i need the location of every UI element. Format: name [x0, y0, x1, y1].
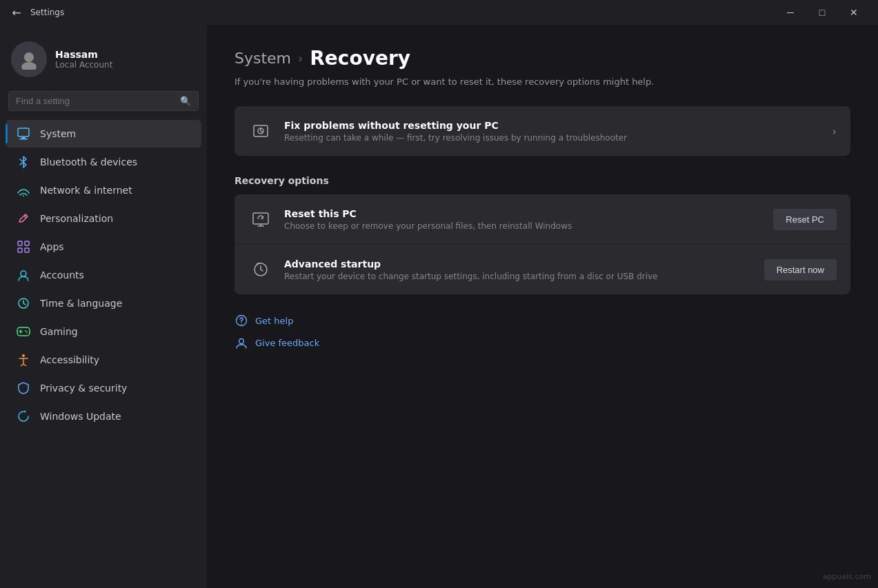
fix-card-chevron-icon: ›	[832, 125, 837, 138]
user-profile[interactable]: Hassam Local Account	[0, 33, 207, 91]
get-help-label: Get help	[255, 316, 293, 326]
sidebar-item-update[interactable]: Windows Update	[6, 403, 201, 430]
fix-card-title: Fix problems without resetting your PC	[284, 120, 821, 131]
give-feedback-link[interactable]: Give feedback	[235, 336, 850, 349]
sidebar-item-accounts[interactable]: Accounts	[6, 261, 201, 289]
breadcrumb-parent[interactable]: System	[235, 50, 291, 67]
restart-now-button[interactable]: Restart now	[764, 259, 837, 281]
page-title: Recovery	[310, 47, 410, 70]
fix-card-text: Fix problems without resetting your PC R…	[284, 120, 821, 143]
sidebar-item-accessibility[interactable]: Accessibility	[6, 346, 201, 374]
main-content: System › Recovery If you're having probl…	[207, 25, 878, 588]
sidebar-item-system[interactable]: System	[6, 120, 201, 148]
get-help-icon	[235, 314, 248, 327]
sidebar-item-personalization[interactable]: Personalization	[6, 205, 201, 232]
svg-point-21	[241, 323, 242, 325]
svg-point-1	[21, 62, 37, 70]
reset-pc-row: Reset this PC Choose to keep or remove y…	[235, 194, 850, 245]
reset-pc-title: Reset this PC	[284, 208, 762, 219]
sidebar-item-label-privacy: Privacy & security	[40, 383, 127, 394]
search-container: 🔍	[0, 91, 207, 119]
sidebar-item-label-system: System	[40, 128, 76, 139]
give-feedback-icon	[235, 336, 248, 349]
user-name: Hassam	[55, 49, 112, 60]
recovery-section-heading: Recovery options	[235, 175, 850, 186]
svg-rect-6	[18, 241, 22, 245]
svg-point-15	[22, 354, 25, 357]
search-box: 🔍	[8, 91, 199, 111]
breadcrumb: System › Recovery	[235, 47, 850, 70]
svg-point-5	[23, 195, 24, 196]
advanced-startup-icon	[248, 257, 273, 282]
svg-point-22	[239, 339, 244, 344]
app-title: Settings	[30, 8, 64, 17]
advanced-startup-desc: Restart your device to change startup se…	[284, 272, 753, 281]
gaming-icon	[17, 325, 30, 338]
minimize-button[interactable]: ─	[775, 0, 806, 25]
window-controls: ─ □ ✕	[775, 0, 870, 25]
apps-icon	[17, 240, 30, 254]
fix-problems-card[interactable]: Fix problems without resetting your PC R…	[235, 106, 850, 156]
sidebar-item-gaming[interactable]: Gaming	[6, 318, 201, 345]
time-icon	[17, 296, 30, 310]
svg-rect-9	[25, 248, 29, 252]
bluetooth-icon	[17, 155, 30, 169]
sidebar: Hassam Local Account 🔍 Syst	[0, 25, 207, 588]
maximize-button[interactable]: □	[806, 0, 838, 25]
update-icon	[17, 409, 30, 423]
search-input[interactable]	[16, 96, 174, 106]
give-feedback-label: Give feedback	[255, 338, 319, 348]
sidebar-nav: System Bluetooth & devices	[0, 119, 207, 431]
svg-rect-4	[19, 139, 28, 140]
sidebar-item-label-personalization: Personalization	[40, 213, 113, 224]
svg-point-0	[24, 52, 34, 62]
page-subtitle: If you're having problems with your PC o…	[235, 77, 850, 87]
reset-pc-button[interactable]: Reset PC	[773, 209, 837, 230]
advanced-startup-row: Advanced startup Restart your device to …	[235, 245, 850, 294]
get-help-link[interactable]: Get help	[235, 314, 850, 327]
fix-problems-icon	[248, 119, 273, 143]
sidebar-item-label-network: Network & internet	[40, 185, 132, 196]
network-icon	[17, 183, 30, 197]
user-info: Hassam Local Account	[55, 49, 112, 70]
personalization-icon	[17, 212, 30, 225]
avatar	[11, 41, 47, 77]
sidebar-item-label-bluetooth: Bluetooth & devices	[40, 156, 137, 168]
sidebar-item-label-accounts: Accounts	[40, 270, 84, 281]
svg-rect-8	[18, 248, 22, 252]
help-links: Get help Give feedback	[235, 314, 850, 349]
svg-rect-7	[25, 241, 29, 245]
system-icon	[17, 127, 30, 141]
advanced-startup-title: Advanced startup	[284, 258, 753, 270]
svg-rect-2	[18, 128, 29, 136]
app-container: Hassam Local Account 🔍 Syst	[0, 25, 878, 588]
breadcrumb-separator: ›	[298, 51, 303, 65]
user-account-type: Local Account	[55, 60, 112, 70]
recovery-options-card: Reset this PC Choose to keep or remove y…	[235, 194, 850, 294]
svg-rect-18	[253, 213, 268, 224]
close-button[interactable]: ✕	[838, 0, 870, 25]
svg-point-14	[26, 332, 28, 333]
svg-point-10	[21, 271, 26, 276]
sidebar-item-label-time: Time & language	[40, 298, 122, 309]
accounts-icon	[17, 268, 30, 282]
search-icon: 🔍	[180, 96, 191, 106]
titlebar: ← Settings ─ □ ✕	[0, 0, 878, 25]
sidebar-item-apps[interactable]: Apps	[6, 233, 201, 261]
sidebar-item-time[interactable]: Time & language	[6, 290, 201, 317]
advanced-startup-text: Advanced startup Restart your device to …	[284, 258, 753, 281]
privacy-icon	[17, 381, 30, 395]
back-button[interactable]: ←	[8, 4, 25, 21]
fix-card-desc: Resetting can take a while — first, try …	[284, 133, 821, 143]
svg-rect-3	[21, 137, 26, 139]
sidebar-item-bluetooth[interactable]: Bluetooth & devices	[6, 148, 201, 176]
sidebar-item-label-update: Windows Update	[40, 411, 121, 422]
svg-point-13	[25, 330, 26, 332]
sidebar-item-label-accessibility: Accessibility	[40, 354, 99, 365]
sidebar-item-network[interactable]: Network & internet	[6, 176, 201, 204]
accessibility-icon	[17, 353, 30, 367]
reset-pc-icon	[248, 207, 273, 232]
sidebar-item-privacy[interactable]: Privacy & security	[6, 374, 201, 402]
sidebar-item-label-gaming: Gaming	[40, 326, 78, 337]
reset-pc-desc: Choose to keep or remove your personal f…	[284, 221, 762, 231]
